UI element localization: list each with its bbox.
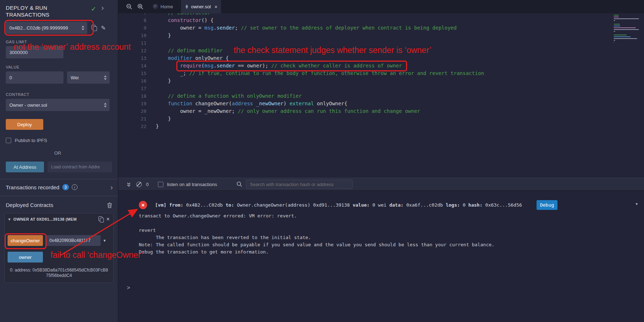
edit-icon[interactable] — [101, 25, 106, 31]
owner-row: owner — [8, 252, 110, 263]
chevron-down-icon[interactable] — [8, 217, 10, 222]
tab-owner-sol[interactable]: owner.sol — [181, 0, 221, 13]
home-icon — [153, 4, 158, 9]
listen-transactions-label: listen on all transactions — [167, 182, 217, 187]
contract-select[interactable]: Owner - owner.sol — [6, 99, 110, 111]
change-owner-row: changeOwner — [8, 235, 110, 246]
tab-label: owner.sol — [191, 4, 211, 9]
publish-label: Publish to IPFS — [15, 138, 47, 143]
transactions-label: Transactions recorded — [6, 184, 59, 190]
log-body: transact to Owner.changeOwner errored: V… — [139, 212, 601, 256]
change-owner-button[interactable]: changeOwner — [8, 235, 43, 246]
zoom-in-icon[interactable] — [137, 4, 144, 10]
unit-select[interactable]: Wei — [67, 71, 110, 84]
deployed-contracts-title: Deployed Contracts — [6, 202, 53, 208]
change-owner-arg-input[interactable] — [46, 235, 101, 246]
close-icon[interactable] — [215, 4, 218, 9]
chevron-right-icon[interactable] — [101, 4, 104, 11]
contract-instance-card: OWNER AT 0XD91...39138 (MEM changeOwner … — [4, 213, 114, 283]
copy-icon[interactable] — [92, 25, 97, 31]
panel-header: DEPLOY & RUN TRANSACTIONS — [0, 0, 118, 18]
transactions-recorded-row[interactable]: Transactions recorded 3 — [0, 179, 118, 196]
value-label: VALUE — [6, 65, 112, 69]
chevron-right-icon[interactable] — [110, 184, 113, 190]
stepper-icon[interactable] — [104, 103, 107, 107]
search-icon — [237, 181, 242, 187]
terminal-prompt[interactable]: > — [127, 284, 130, 291]
stepper-icon[interactable] — [104, 75, 107, 80]
account-value: 0x4B2...C02db (99.9999999 — [9, 25, 79, 31]
editor-tabbar: Home owner.sol — [118, 0, 644, 13]
tab-home[interactable]: Home — [149, 0, 177, 13]
code-editor[interactable]: 78910111213141516171819202122 // constru… — [118, 13, 644, 178]
expand-terminal-icon[interactable] — [126, 182, 131, 187]
chevron-down-icon[interactable] — [103, 238, 106, 243]
deploy-button[interactable]: Deploy — [6, 119, 43, 130]
trash-icon[interactable] — [107, 202, 112, 208]
pending-transactions-count: 0 — [146, 182, 149, 187]
search-input[interactable] — [246, 180, 353, 189]
terminal-panel: 0 listen on all transactions [vm] from: … — [118, 178, 644, 322]
instance-header[interactable]: OWNER AT 0XD91...39138 (MEM — [5, 213, 113, 225]
panel-title: DEPLOY & RUN TRANSACTIONS — [6, 4, 82, 18]
call-result: 0: address: 0x5B38Da6a701c568545dCfcB03F… — [10, 268, 108, 278]
at-address-row: At Address — [6, 162, 112, 172]
value-input[interactable] — [6, 71, 63, 84]
owner-button[interactable]: owner — [8, 252, 43, 263]
minimap[interactable] — [614, 15, 640, 44]
gas-limit-input[interactable] — [6, 46, 63, 58]
or-label: OR — [0, 150, 115, 156]
line-numbers: 78910111213141516171819202122 — [118, 13, 146, 130]
check-icon — [91, 5, 96, 13]
clear-console-icon[interactable] — [136, 182, 142, 187]
value-row: Wei — [6, 71, 112, 84]
deployed-contracts-header: Deployed Contracts — [0, 196, 118, 212]
transactions-count-badge: 3 — [62, 184, 69, 190]
instance-title: OWNER AT 0XD91...39138 (MEM — [13, 217, 96, 221]
tab-label: Home — [160, 4, 173, 9]
log-header-text: [vm] from: 0x4B2...C02db to: Owner.chang… — [155, 202, 522, 208]
code-lines: // constructor constructor() { owner = m… — [156, 13, 484, 130]
debug-button[interactable]: Debug — [537, 200, 557, 210]
info-icon[interactable] — [72, 184, 78, 190]
terminal-content: [vm] from: 0x4B2...C02db to: Owner.chang… — [118, 202, 644, 322]
at-address-button[interactable]: At Address — [6, 162, 44, 172]
account-select[interactable]: 0x4B2...C02db (99.9999999 — [6, 22, 87, 34]
account-row: 0x4B2...C02db (99.9999999 — [6, 22, 112, 34]
transaction-log-entry[interactable]: [vm] from: 0x4B2...C02db to: Owner.chang… — [118, 202, 644, 256]
unit-value: Wei — [71, 75, 102, 80]
copy-icon[interactable] — [98, 216, 103, 222]
at-address-input[interactable] — [48, 162, 112, 172]
log-header: [vm] from: 0x4B2...C02db to: Owner.chang… — [155, 202, 525, 209]
remix-ide: DEPLOY & RUN TRANSACTIONS 0x4B2...C02db … — [0, 0, 644, 322]
contract-value: Owner - owner.sol — [9, 102, 102, 108]
close-icon[interactable] — [106, 217, 110, 222]
listen-transactions-checkbox[interactable] — [158, 182, 163, 187]
gas-limit-label: GAS LIMIT — [6, 40, 112, 44]
contract-label: CONTRACT — [6, 92, 112, 97]
stepper-icon[interactable] — [81, 26, 84, 30]
publish-checkbox[interactable] — [6, 138, 11, 143]
solidity-file-icon — [185, 4, 189, 9]
error-icon — [139, 201, 147, 209]
publish-row: Publish to IPFS — [6, 138, 112, 143]
terminal-toolbar: 0 listen on all transactions — [118, 178, 644, 191]
zoom-out-icon[interactable] — [126, 4, 132, 10]
deploy-run-panel: DEPLOY & RUN TRANSACTIONS 0x4B2...C02db … — [0, 0, 118, 322]
chevron-down-icon[interactable] — [635, 201, 638, 207]
